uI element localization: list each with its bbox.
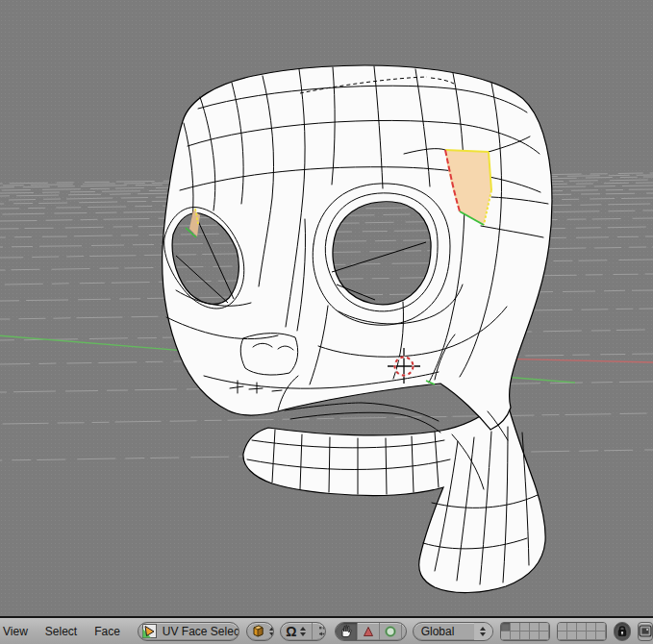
textured-draw-cube-icon [247,623,269,640]
layer-6-button[interactable] [501,632,511,640]
menu-select[interactable]: Select [37,625,86,638]
manipulator-scale-button[interactable] [401,623,407,640]
layer-grid-2 [557,622,607,641]
move-centers-button[interactable] [312,623,326,640]
draw-mode-dropdown[interactable] [246,622,274,641]
translate-cone-icon [362,625,375,638]
pivot-group: Ω [280,622,326,641]
layer-13-button[interactable] [577,623,587,632]
menu-face[interactable]: Face [86,625,129,638]
layer-4-button[interactable] [530,623,540,632]
layer-17-button[interactable] [567,632,577,640]
layer-19-button[interactable] [587,632,596,640]
blender-window: View Select Face UV Face Select [0,0,653,644]
menu-view[interactable]: View [0,625,37,638]
layer-14-button[interactable] [587,623,596,632]
rotate-ring-icon [384,625,397,638]
manipulator-hand-toggle[interactable] [336,623,357,640]
3d-viewport[interactable] [0,0,653,616]
padlock-icon [616,625,628,637]
layer-buttons [500,622,607,641]
mode-dropdown-label: UV Face Select [161,625,239,638]
layer-10-button[interactable] [540,632,549,640]
viewport-header: View Select Face UV Face Select [0,616,653,644]
lock-button[interactable] [614,622,631,641]
scale-square-icon [406,625,407,638]
manipulator-group [335,622,407,641]
layer-18-button[interactable] [577,632,587,640]
layer-grid-1 [500,622,550,641]
layer-11-button[interactable] [558,623,567,632]
pivot-dropdown[interactable]: Ω [281,623,312,640]
layer-16-button[interactable] [558,632,567,640]
layer-15-button[interactable] [596,623,606,632]
render-image-icon [639,625,652,637]
layer-12-button[interactable] [567,623,577,632]
face-select-icon [138,623,161,640]
layer-1-button[interactable] [501,623,511,632]
move-centers-icon [316,625,326,638]
manipulator-rotate-button[interactable] [379,623,401,640]
layer-9-button[interactable] [530,632,540,640]
mode-dropdown[interactable]: UV Face Select [138,622,239,641]
orientation-arrows [474,623,492,640]
layer-5-button[interactable] [540,623,549,632]
orientation-dropdown[interactable]: Global [413,622,493,641]
viewport-canvas[interactable] [0,0,653,616]
hand-icon [339,624,353,638]
layer-7-button[interactable] [511,632,520,640]
layer-20-button[interactable] [596,632,606,640]
omega-pivot-icon: Ω [285,625,297,638]
layer-3-button[interactable] [520,623,530,632]
orientation-label: Global [414,625,474,638]
render-button[interactable] [638,622,653,641]
draw-mode-arrows [269,623,274,640]
layer-8-button[interactable] [520,632,530,640]
layer-2-button[interactable] [511,623,520,632]
manipulator-translate-button[interactable] [357,623,379,640]
